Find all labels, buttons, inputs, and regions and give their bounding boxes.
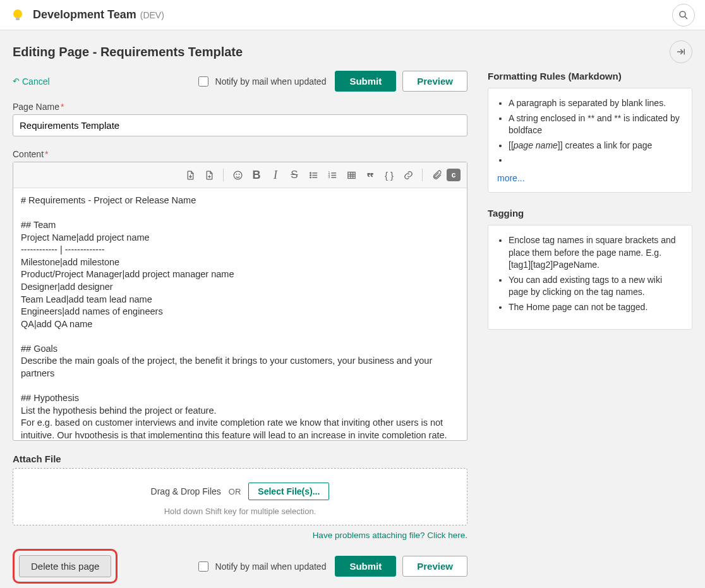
svg-point-10 — [239, 174, 239, 174]
file-add-icon[interactable] — [200, 166, 218, 184]
formatting-item: A string enclosed in ** and ** is indica… — [509, 112, 682, 137]
link-icon[interactable] — [399, 166, 417, 184]
formatting-item: A paragraph is separated by blank lines. — [509, 97, 682, 110]
formatting-heading: Formatting Rules (Markdown) — [488, 71, 692, 81]
search-button[interactable] — [672, 4, 695, 27]
drag-drop-text: Drag & Drop Files — [151, 486, 221, 496]
attach-problems-link[interactable]: Have problems attaching file? Click here… — [13, 531, 467, 540]
notify-checkbox-bottom[interactable] — [198, 561, 208, 572]
page-name-input[interactable] — [13, 114, 467, 136]
cancel-label: Cancel — [22, 76, 50, 87]
code-braces-button[interactable]: { } — [380, 166, 398, 184]
notify-checkbox-top[interactable] — [198, 76, 208, 87]
emoji-icon[interactable] — [229, 166, 246, 184]
attach-dropzone[interactable]: Drag & Drop Files OR Select File(s)... H… — [13, 468, 467, 525]
formatting-item — [509, 154, 682, 167]
bullet-list-icon[interactable] — [304, 166, 322, 184]
svg-rect-23 — [347, 172, 354, 178]
project-name[interactable]: Development Team — [33, 8, 136, 21]
tagging-item: The Home page can not be tagged. — [509, 301, 682, 314]
svg-point-8 — [234, 171, 242, 179]
preview-button-bottom[interactable]: Preview — [402, 556, 467, 577]
delete-page-button[interactable]: Delete this page — [19, 555, 111, 577]
top-header: Development Team (DEV) — [0, 0, 705, 30]
bold-button[interactable]: B — [248, 166, 265, 184]
content-label: Content* — [13, 149, 467, 159]
tagging-box: Enclose tag names in square brackets and… — [488, 225, 692, 330]
cacoo-badge-icon[interactable]: c — [447, 169, 461, 181]
strikethrough-button[interactable]: S — [286, 166, 303, 184]
content-textarea[interactable] — [13, 188, 467, 438]
delete-highlight-annotation: Delete this page — [13, 549, 118, 584]
svg-rect-1 — [16, 18, 20, 20]
attachment-icon[interactable] — [428, 166, 445, 184]
page-title: Editing Page - Requirements Template — [13, 45, 243, 59]
attach-file-label: Attach File — [13, 453, 467, 464]
arrow-right-to-line-icon — [675, 46, 687, 57]
file-download-icon[interactable] — [181, 166, 199, 184]
collapse-sidebar-button[interactable] — [670, 40, 692, 63]
editor-toolbar: B I S 123 — [13, 162, 467, 188]
svg-point-2 — [680, 11, 685, 17]
formatting-more-link[interactable]: more... — [497, 173, 525, 183]
italic-button[interactable]: I — [267, 166, 284, 184]
select-files-button[interactable]: Select File(s)... — [248, 483, 329, 500]
quote-icon[interactable] — [361, 166, 379, 184]
formatting-box: A paragraph is separated by blank lines.… — [488, 88, 692, 193]
formatting-item: [[page name]] creates a link for page — [509, 140, 682, 152]
svg-point-15 — [310, 177, 310, 177]
table-icon[interactable] — [342, 166, 360, 184]
cancel-link[interactable]: ↶ Cancel — [13, 76, 50, 87]
tagging-item: You can add existing tags to a new wiki … — [509, 274, 682, 299]
tagging-heading: Tagging — [488, 208, 692, 219]
svg-point-11 — [310, 172, 310, 173]
undo-icon: ↶ — [13, 76, 20, 86]
attach-or-text: OR — [229, 487, 241, 496]
notify-checkbox-wrap-top[interactable]: Notify by mail when updated — [196, 75, 327, 88]
submit-button-top[interactable]: Submit — [335, 71, 396, 92]
submit-button-bottom[interactable]: Submit — [335, 556, 396, 577]
svg-point-0 — [13, 9, 22, 18]
tagging-item: Enclose tag names in square brackets and… — [509, 234, 682, 272]
preview-button-top[interactable]: Preview — [402, 71, 467, 92]
notify-label-bottom: Notify by mail when updated — [215, 561, 327, 572]
svg-line-3 — [685, 16, 687, 19]
attach-hint: Hold down Shift key for multiple selecti… — [20, 507, 461, 516]
content-editor: B I S 123 — [13, 162, 467, 441]
search-icon — [678, 9, 689, 21]
numbered-list-icon[interactable]: 123 — [323, 166, 341, 184]
bulb-icon — [10, 8, 25, 23]
notify-label-top: Notify by mail when updated — [215, 76, 327, 87]
project-code: (DEV) — [140, 10, 164, 20]
page-name-label: Page Name* — [13, 102, 467, 112]
notify-checkbox-wrap-bottom[interactable]: Notify by mail when updated — [196, 560, 327, 573]
svg-point-13 — [310, 174, 310, 175]
svg-point-9 — [236, 174, 237, 174]
svg-text:3: 3 — [328, 176, 330, 179]
